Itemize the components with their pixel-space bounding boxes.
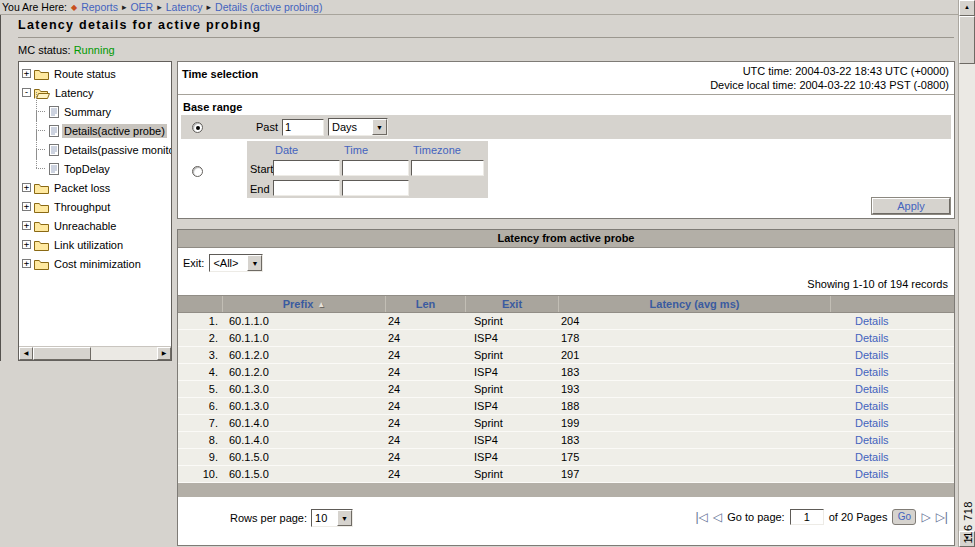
scrollbar-thumb[interactable] (959, 16, 975, 64)
details-link[interactable]: Details (855, 383, 889, 395)
cell-details: Details (831, 366, 954, 378)
header-number-col (178, 296, 223, 312)
past-value-input[interactable] (282, 119, 324, 136)
cell-prefix: 60.1.5.0 (223, 468, 386, 480)
cell-exit: ISP4 (466, 451, 559, 463)
tree-item-link-utilization[interactable]: + Link utilization (19, 235, 171, 254)
cell-prefix: 60.1.3.0 (223, 400, 386, 412)
expand-plus-icon[interactable]: + (22, 221, 31, 230)
breadcrumb-oer[interactable]: OER (130, 1, 153, 13)
start-time-input[interactable] (342, 160, 409, 176)
cell-prefix: 60.1.4.0 (223, 417, 386, 429)
cell-exit: Sprint (466, 349, 559, 361)
cell-details: Details (831, 349, 954, 361)
end-time-input[interactable] (342, 180, 409, 196)
expand-plus-icon[interactable]: + (22, 183, 31, 192)
scrollbar-thumb[interactable] (33, 347, 91, 360)
details-link[interactable]: Details (855, 349, 889, 361)
cell-exit: ISP4 (466, 332, 559, 344)
apply-button[interactable]: Apply (872, 198, 950, 214)
breadcrumb-reports[interactable]: Reports (81, 1, 118, 13)
details-link[interactable]: Details (855, 315, 889, 327)
tree-horizontal-scrollbar[interactable]: ◀ ▶ (19, 346, 171, 360)
cell-details: Details (831, 315, 954, 327)
start-timezone-input[interactable] (411, 160, 484, 176)
tree-item-summary[interactable]: Summary (19, 102, 171, 121)
app-window: You Are Here: ◆ Reports ▸ OER ▸ Latency … (0, 0, 975, 547)
tree-item-details-active-probe[interactable]: Details(active probe) (19, 121, 171, 140)
past-range-radio[interactable] (192, 122, 203, 133)
page-number-input[interactable] (790, 509, 824, 525)
collapse-minus-icon[interactable]: - (22, 88, 31, 97)
tree-item-throughput[interactable]: + Throughput (19, 197, 171, 216)
details-link[interactable]: Details (855, 417, 889, 429)
explicit-range-radio[interactable] (192, 166, 203, 177)
header-exit[interactable]: Exit (466, 296, 559, 312)
start-date-input[interactable] (273, 160, 340, 176)
cell-len: 24 (386, 400, 466, 412)
expand-plus-icon[interactable]: + (22, 69, 31, 78)
details-link[interactable]: Details (855, 468, 889, 480)
scroll-left-icon[interactable]: ◀ (19, 347, 33, 360)
row-number: 1. (178, 315, 223, 327)
scroll-up-icon[interactable]: ▲ (959, 0, 975, 16)
go-button[interactable]: Go (892, 509, 916, 525)
tree-item-cost-minimization[interactable]: + Cost minimization (19, 254, 171, 273)
cell-prefix: 60.1.1.0 (223, 315, 386, 327)
cell-len: 24 (386, 451, 466, 463)
cell-exit: Sprint (466, 383, 559, 395)
breadcrumb-separator-icon: ▸ (157, 2, 162, 12)
expand-plus-icon[interactable]: + (22, 259, 31, 268)
expand-plus-icon[interactable]: + (22, 240, 31, 249)
dropdown-arrow-icon: ▼ (372, 119, 387, 135)
tree-item-packet-loss[interactable]: + Packet loss (19, 178, 171, 197)
tree-item-details-passive-monitoring[interactable]: Details(passive monito (19, 140, 171, 159)
last-page-icon[interactable]: ▷| (936, 511, 948, 523)
cell-exit: ISP4 (466, 366, 559, 378)
table-footer: Rows per page: 10 ▼ |◁ ◁ Go to page: of … (178, 497, 954, 545)
explicit-range-box: Date Time Timezone Start End (247, 141, 488, 198)
details-link[interactable]: Details (855, 332, 889, 344)
cell-exit: Sprint (466, 468, 559, 480)
scrollbar-track[interactable] (91, 347, 157, 360)
arrow-glyph: ▼ (251, 260, 258, 267)
tree-item-unreachable[interactable]: + Unreachable (19, 216, 171, 235)
header-prefix-label: Prefix (283, 298, 314, 310)
tree-item-label: Details(passive monito (62, 143, 172, 157)
next-page-icon[interactable]: ▷ (921, 511, 930, 523)
row-number: 4. (178, 366, 223, 378)
details-link[interactable]: Details (855, 451, 889, 463)
document-icon (49, 125, 59, 137)
tree-item-latency[interactable]: - Latency (19, 83, 171, 102)
header-latency[interactable]: Latency (avg ms) (559, 296, 831, 312)
rows-per-page-select[interactable]: 10 ▼ (311, 509, 353, 527)
end-date-input[interactable] (273, 180, 340, 196)
exit-select[interactable]: <All> ▼ (209, 254, 263, 272)
navigation-tree: + Route status - Latency Summary Details… (18, 61, 172, 361)
sort-ascending-icon[interactable]: ▲ (317, 300, 325, 309)
cell-exit: Sprint (466, 315, 559, 327)
details-link[interactable]: Details (855, 434, 889, 446)
tree-item-topdelay[interactable]: TopDelay (19, 159, 171, 178)
details-link[interactable]: Details (855, 400, 889, 412)
start-label: Start (250, 163, 273, 175)
breadcrumb-latency[interactable]: Latency (166, 1, 203, 13)
first-page-icon[interactable]: |◁ (696, 511, 708, 523)
past-unit-select[interactable]: Days ▼ (328, 118, 388, 136)
base-range-label: Base range (183, 101, 242, 113)
details-link[interactable]: Details (855, 366, 889, 378)
cell-exit: Sprint (466, 417, 559, 429)
cell-exit: ISP4 (466, 400, 559, 412)
breadcrumb-current-page[interactable]: Details (active probing) (215, 1, 322, 13)
header-len[interactable]: Len (386, 296, 466, 312)
section-divider (178, 94, 954, 95)
row-number: 6. (178, 400, 223, 412)
vertical-scrollbar[interactable]: ▲ ▼ (958, 0, 975, 547)
tree-item-route-status[interactable]: + Route status (19, 64, 171, 83)
expand-plus-icon[interactable]: + (22, 202, 31, 211)
header-prefix[interactable]: Prefix ▲ (223, 296, 386, 312)
date-column-label: Date (275, 144, 298, 156)
previous-page-icon[interactable]: ◁ (713, 511, 722, 523)
scroll-right-icon[interactable]: ▶ (157, 347, 171, 360)
table-row: 7. 60.1.4.0 24 Sprint 199 Details (178, 415, 954, 432)
